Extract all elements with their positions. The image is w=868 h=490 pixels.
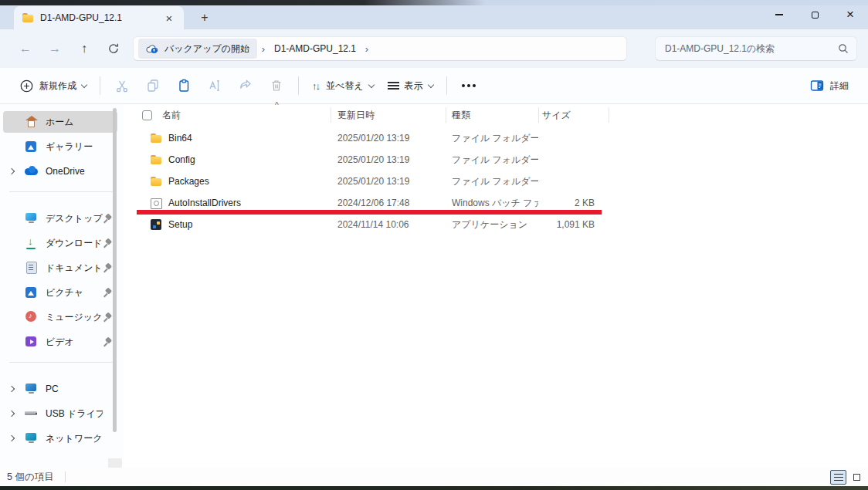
chevron-down-icon (427, 81, 433, 87)
sidebar-item[interactable]: ダウンロード (3, 232, 117, 254)
file-icon (150, 175, 162, 188)
sidebar-item[interactable]: USB ドライブ (G:) (3, 403, 117, 424)
sidebar-item-icon (25, 383, 39, 395)
cut-button[interactable] (107, 73, 137, 99)
red-annotation-underline (137, 210, 602, 215)
file-type: ファイル フォルダー (452, 132, 538, 145)
file-row[interactable]: Bin64 2025/01/20 13:19 ファイル フォルダー (124, 127, 868, 149)
sidebar-item[interactable]: PC (3, 378, 117, 400)
chevron-expand-icon[interactable] (8, 411, 15, 417)
explorer-tab[interactable]: D1-AMD-GPU_12.1 (14, 6, 184, 29)
file-name[interactable]: Setup (168, 219, 337, 230)
copy-button[interactable] (137, 73, 168, 99)
sidebar-item-icon (25, 212, 39, 225)
file-name[interactable]: AutoInstallDrivers (168, 198, 337, 208)
chevron-right-icon (257, 43, 270, 55)
file-row[interactable]: Setup 2024/11/14 10:06 アプリケーション 1,091 KB (124, 214, 868, 235)
column-divider[interactable] (538, 107, 539, 123)
sort-ascending-icon (275, 101, 279, 110)
delete-button[interactable] (261, 73, 292, 99)
sidebar-item-icon (25, 165, 39, 177)
sidebar-item-icon (25, 311, 39, 323)
select-all-checkbox[interactable] (142, 110, 152, 120)
rename-icon (207, 78, 222, 93)
file-modified-date: 2024/12/06 17:48 (337, 198, 452, 208)
maximize-button[interactable] (797, 0, 832, 29)
up-button[interactable] (70, 35, 99, 62)
sidebar-item[interactable]: ビデオ (3, 331, 117, 353)
breadcrumb-current[interactable]: D1-AMD-GPU_12.1 (270, 43, 361, 54)
sidebar-item-label: ネットワーク (46, 432, 103, 445)
tab-title: D1-AMD-GPU_12.1 (40, 12, 161, 23)
sidebar-item[interactable]: ギャラリー (3, 136, 117, 157)
forward-button[interactable] (40, 35, 70, 62)
sidebar-item[interactable]: ホーム (3, 111, 117, 133)
share-button[interactable] (230, 73, 261, 99)
sidebar-item-label: ビデオ (46, 336, 103, 349)
status-divider (65, 471, 66, 482)
sidebar-item[interactable]: ミュージック (3, 306, 117, 328)
search-box[interactable] (655, 36, 857, 61)
new-button-label: 新規作成 (39, 79, 76, 93)
breadcrumb-backup-pill[interactable]: バックアップの開始 (138, 39, 257, 59)
share-icon (238, 78, 253, 93)
details-view-toggle[interactable] (830, 470, 846, 485)
file-size: 2 KB (538, 198, 595, 208)
address-bar[interactable]: バックアップの開始 D1-AMD-GPU_12.1 (133, 36, 627, 61)
column-divider[interactable] (609, 107, 609, 123)
file-name[interactable]: Config (168, 154, 337, 165)
file-row[interactable]: Config 2025/01/20 13:19 ファイル フォルダー (124, 149, 868, 171)
sidebar-item-icon (25, 432, 39, 444)
breadcrumb-root[interactable]: バックアップの開始 (164, 42, 249, 56)
file-icon (150, 132, 162, 144)
file-name[interactable]: Bin64 (168, 133, 337, 144)
sidebar-scrollbar[interactable] (113, 108, 117, 432)
column-header-modified[interactable]: 更新日時 (337, 109, 375, 122)
ellipsis-icon (462, 84, 465, 87)
search-input[interactable] (663, 42, 838, 55)
sort-button[interactable]: 並べ替え (305, 73, 381, 99)
tab-close-icon[interactable] (161, 9, 178, 26)
close-button[interactable] (832, 0, 868, 29)
file-row[interactable]: Packages 2025/01/20 13:19 ファイル フォルダー (124, 171, 868, 192)
refresh-button[interactable] (99, 35, 128, 62)
pin-icon (103, 214, 113, 224)
file-name[interactable]: Packages (168, 176, 337, 187)
details-pane-button[interactable]: 詳細 (802, 73, 856, 99)
view-button[interactable]: 表示 (381, 73, 440, 99)
paste-button[interactable] (168, 73, 199, 99)
minimize-button[interactable] (761, 0, 797, 29)
large-icons-view-toggle[interactable] (849, 470, 865, 485)
trash-icon (269, 78, 284, 93)
column-divider[interactable] (331, 107, 331, 123)
sidebar-item[interactable]: デスクトップ (3, 208, 117, 229)
new-button[interactable]: 新規作成 (12, 73, 93, 99)
column-divider[interactable] (446, 107, 446, 123)
new-tab-button[interactable] (195, 8, 215, 27)
command-toolbar: 新規作成 (0, 68, 868, 104)
column-header-name[interactable]: 名前 (162, 109, 181, 122)
sidebar-item[interactable]: ドキュメント (3, 257, 117, 279)
navigation-sidebar: ホーム ギャラリー OneDrive (0, 104, 124, 468)
sidebar-item[interactable]: ネットワーク (3, 427, 117, 449)
sidebar-item-label: ホーム (46, 116, 103, 129)
tab-bar: D1-AMD-GPU_12.1 (0, 5, 868, 29)
chevron-expand-icon[interactable] (8, 386, 15, 392)
column-header-type[interactable]: 種類 (452, 109, 470, 122)
more-options-button[interactable] (453, 73, 484, 99)
chevron-expand-icon[interactable] (8, 435, 15, 441)
rename-button[interactable] (199, 73, 230, 99)
sidebar-item[interactable]: ピクチャ (3, 282, 117, 303)
plus-circle-icon (19, 79, 34, 93)
sidebar-separator (9, 362, 114, 363)
file-type: ファイル フォルダー (452, 175, 538, 188)
sidebar-item[interactable]: OneDrive (3, 161, 117, 182)
sidebar-item-icon (25, 116, 39, 128)
large-icons-view-icon (853, 474, 860, 481)
sidebar-item-label: ダウンロード (46, 237, 103, 250)
sidebar-item-label: デスクトップ (46, 212, 103, 225)
chevron-right-icon[interactable] (361, 43, 373, 55)
chevron-expand-icon[interactable] (8, 168, 15, 174)
column-header-size[interactable]: サイズ (542, 109, 571, 122)
back-button[interactable] (11, 35, 40, 62)
